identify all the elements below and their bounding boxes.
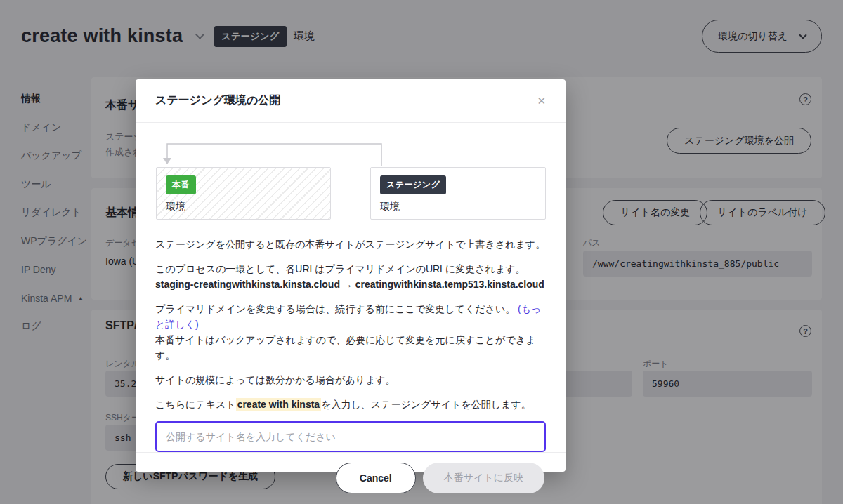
duration-note: サイトの規模によっては数分かかる場合があります。: [155, 372, 546, 387]
confirm-instruction-suffix: を入力し、ステージングサイトを公開します。: [321, 399, 531, 410]
backup-note: 本番サイトはバックアップされますので、必要に応じて変更を元に戻すことができます。: [155, 334, 535, 361]
staging-env-box: ステージング 環境: [370, 167, 546, 220]
staging-badge: ステージング: [380, 175, 446, 194]
staging-env-label: 環境: [380, 201, 536, 213]
close-icon[interactable]: ✕: [537, 95, 546, 106]
overwrite-warning-text: ステージングを公開すると既存の本番サイトがステージングサイトで上書きされます。: [155, 237, 546, 252]
primary-domain-note: プライマリドメインを変更する場合は、続行する前にここで変更してください。: [155, 303, 515, 314]
production-env-label: 環境: [166, 201, 321, 213]
url-change-text: このプロセスの一環として、各URLはプライマリドメインのURLに変更されます。 …: [155, 261, 546, 292]
confirm-site-name: create with kinsta: [236, 398, 322, 411]
environment-diagram: 本番 環境 ステージング 環境: [155, 141, 546, 220]
url-change-intro: このプロセスの一環として、各URLはプライマリドメインのURLに変更されます。: [155, 261, 546, 277]
publish-to-production-button[interactable]: 本番サイトに反映: [423, 463, 544, 493]
confirm-instruction-prefix: こちらにテキスト: [155, 399, 236, 410]
confirm-instruction: こちらにテキストcreate with kinstaを入力し、ステージングサイト…: [155, 397, 546, 412]
modal-body: 本番 環境 ステージング 環境 ステージングを公開すると既存の本番サイトがステー…: [136, 123, 566, 452]
primary-domain-line: プライマリドメインを変更する場合は、続行する前にここで変更してください。 (もっ…: [155, 301, 546, 363]
url-change-mapping: staging-creatingwithkinsta.kinsta.cloud …: [155, 277, 546, 292]
publish-staging-modal: ステージング環境の公開 ✕ 本番 環境 ステージング 環境 ステージングを公開す…: [136, 79, 566, 472]
staging-to-production-arrow-icon: [155, 141, 546, 169]
modal-title: ステージング環境の公開: [155, 93, 280, 108]
app-window: create with kinsta ステージング 環境 環境の切り替え 情報 …: [0, 0, 843, 504]
site-name-input[interactable]: [155, 421, 546, 452]
primary-domain-text: プライマリドメインを変更する場合は、続行する前にここで変更してください。 (もっ…: [155, 301, 546, 363]
modal-header: ステージング環境の公開 ✕: [136, 79, 566, 123]
production-badge: 本番: [166, 175, 196, 194]
modal-footer: Cancel 本番サイトに反映: [136, 452, 566, 503]
cancel-button[interactable]: Cancel: [336, 463, 416, 493]
production-env-box: 本番 環境: [156, 167, 331, 220]
